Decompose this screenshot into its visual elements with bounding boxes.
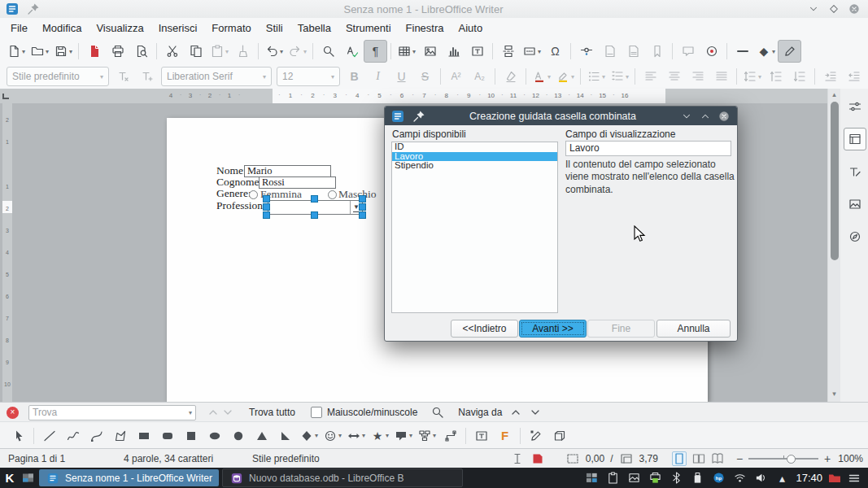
dropdown-arrow-icon[interactable]: ▾ — [338, 432, 342, 439]
scroll-up-icon[interactable]: ▴ — [828, 90, 840, 98]
find-all-button[interactable]: Trova tutto — [245, 405, 299, 420]
match-case-checkbox[interactable] — [311, 407, 322, 418]
dropdown-arrow-icon[interactable]: ▾ — [225, 48, 229, 55]
panel-menu-icon[interactable] — [847, 471, 861, 486]
sidebar-settings-tab[interactable] — [844, 95, 866, 118]
bluetooth-icon[interactable] — [669, 471, 683, 486]
symbol-shapes-tool-button[interactable]: ▾ — [321, 425, 344, 447]
menu-file[interactable]: File — [3, 20, 35, 37]
dropdown-arrow-icon[interactable]: ▾ — [362, 432, 365, 439]
word-count[interactable]: 4 parole, 34 caratteri — [124, 453, 213, 464]
highlight-color-button[interactable]: ▾ — [553, 65, 577, 88]
font-color-button[interactable]: ▾ — [530, 65, 553, 88]
vertical-scrollbar[interactable]: ▴ ▾ — [828, 89, 840, 402]
new-document-button[interactable]: ▾ — [4, 40, 28, 63]
font-name-select[interactable]: Liberation Serif▾ — [161, 67, 272, 86]
finish-button[interactable]: Fine — [587, 320, 655, 338]
line-spacing-button[interactable]: ▾ — [740, 65, 764, 88]
display-field-input[interactable]: Lavoro — [565, 141, 731, 156]
curve-tool-button[interactable] — [85, 425, 108, 447]
menu-finestra[interactable]: Finestra — [399, 20, 451, 37]
field-list-item[interactable]: Stipendio — [392, 161, 557, 171]
insert-hyperlink-button[interactable] — [574, 40, 598, 63]
copy-button[interactable] — [184, 40, 207, 63]
line-tool-button[interactable] — [37, 425, 61, 447]
radio-maschio[interactable] — [328, 190, 337, 199]
dropdown-arrow-icon[interactable]: ▾ — [758, 73, 761, 81]
select-tool-button[interactable] — [7, 425, 30, 447]
subscript-button[interactable]: A₂ — [468, 65, 491, 88]
multi-page-view-button[interactable] — [692, 452, 705, 465]
next-button[interactable]: Avanti >> — [519, 320, 587, 338]
align-left-button[interactable] — [639, 65, 662, 88]
maximize-button[interactable] — [827, 2, 841, 16]
insert-field-button[interactable]: ▾ — [520, 40, 543, 63]
printer-status-icon[interactable] — [648, 471, 662, 486]
menu-stili[interactable]: Stili — [259, 20, 290, 37]
underline-button[interactable]: U — [390, 65, 413, 88]
dropdown-arrow-icon[interactable]: ▾ — [547, 73, 551, 81]
menu-visualizza[interactable]: Visualizza — [89, 20, 150, 37]
basic-shapes-button[interactable]: ◆▾ — [754, 40, 778, 63]
superscript-button[interactable]: A² — [444, 65, 468, 88]
align-right-button[interactable] — [686, 65, 709, 88]
navigate-up-icon[interactable] — [508, 405, 523, 420]
find-input[interactable]: Trova ▾ — [28, 405, 196, 420]
insert-comment-button[interactable] — [676, 40, 700, 63]
spelling-button[interactable] — [340, 40, 364, 63]
page-style[interactable]: Stile predefinito — [252, 453, 320, 464]
dialog-pin-icon[interactable] — [412, 109, 426, 124]
bold-button[interactable]: B — [342, 65, 366, 88]
star-shapes-tool-button[interactable]: ★▾ — [368, 425, 391, 447]
dialog-shade-button[interactable] — [679, 109, 694, 124]
dropdown-arrow-icon[interactable]: ▾ — [22, 48, 25, 55]
callout-shapes-tool-button[interactable]: ▾ — [391, 425, 415, 447]
selection-handle[interactable] — [359, 195, 366, 203]
track-changes-button[interactable] — [700, 40, 723, 63]
minimize-button[interactable] — [806, 2, 821, 16]
formatting-marks-button[interactable]: ¶ — [364, 40, 387, 63]
dropdown-arrow-icon[interactable]: ▾ — [280, 48, 283, 55]
cut-button[interactable] — [160, 40, 184, 63]
insert-image-button[interactable] — [418, 40, 442, 63]
zoom-slider-thumb[interactable] — [787, 455, 796, 464]
insert-textbox-draw-button[interactable] — [469, 425, 493, 447]
zoom-out-button[interactable]: − — [736, 452, 743, 465]
selection-handle[interactable] — [263, 203, 270, 211]
downloads-folder-icon[interactable] — [827, 471, 842, 486]
navigate-down-icon[interactable] — [528, 405, 543, 420]
selection-handle[interactable] — [359, 203, 366, 211]
selection-handle[interactable] — [263, 211, 270, 219]
scrollbar-thumb[interactable] — [831, 102, 839, 260]
justify-button[interactable] — [709, 65, 733, 88]
book-view-button[interactable] — [711, 452, 724, 465]
clipboard-icon[interactable] — [605, 471, 620, 486]
kde-launcher-icon[interactable]: K — [0, 468, 20, 488]
flowchart-shapes-tool-button[interactable]: ▾ — [415, 425, 438, 447]
single-page-view-button[interactable] — [672, 451, 687, 466]
sidebar-navigator-tab[interactable] — [844, 225, 866, 248]
dropdown-arrow-icon[interactable]: ▾ — [412, 48, 416, 55]
special-character-button[interactable]: Ω — [543, 40, 567, 63]
menu-strumenti[interactable]: Strumenti — [338, 20, 399, 37]
close-button[interactable] — [847, 2, 861, 16]
sidebar-styles-tab[interactable] — [844, 160, 866, 183]
paragraph-style-select[interactable]: Stile predefinito▾ — [7, 67, 109, 86]
selection-handle[interactable] — [311, 195, 318, 203]
show-draw-functions-button[interactable] — [778, 40, 801, 63]
dropdown-arrow-icon[interactable]: ▾ — [409, 432, 412, 439]
field-list-item[interactable]: ID — [392, 142, 557, 152]
clone-formatting-button[interactable] — [231, 40, 255, 63]
numbered-list-button[interactable]: ▾ — [608, 65, 631, 88]
update-style-button[interactable] — [111, 65, 135, 88]
removable-device-icon[interactable] — [690, 471, 704, 486]
taskbar-clock[interactable]: 17:40 — [796, 472, 822, 484]
dropdown-arrow-icon[interactable]: ▾ — [602, 73, 605, 81]
find-history-dropdown-icon[interactable]: ▾ — [189, 409, 192, 416]
selection-handle[interactable] — [359, 211, 366, 219]
zoom-slider[interactable] — [748, 458, 818, 460]
right-triangle-tool-button[interactable] — [273, 425, 297, 447]
volume-icon[interactable] — [753, 471, 768, 486]
dropdown-arrow-icon[interactable]: ▾ — [315, 432, 318, 439]
desktop-pager-icon[interactable] — [21, 471, 36, 486]
